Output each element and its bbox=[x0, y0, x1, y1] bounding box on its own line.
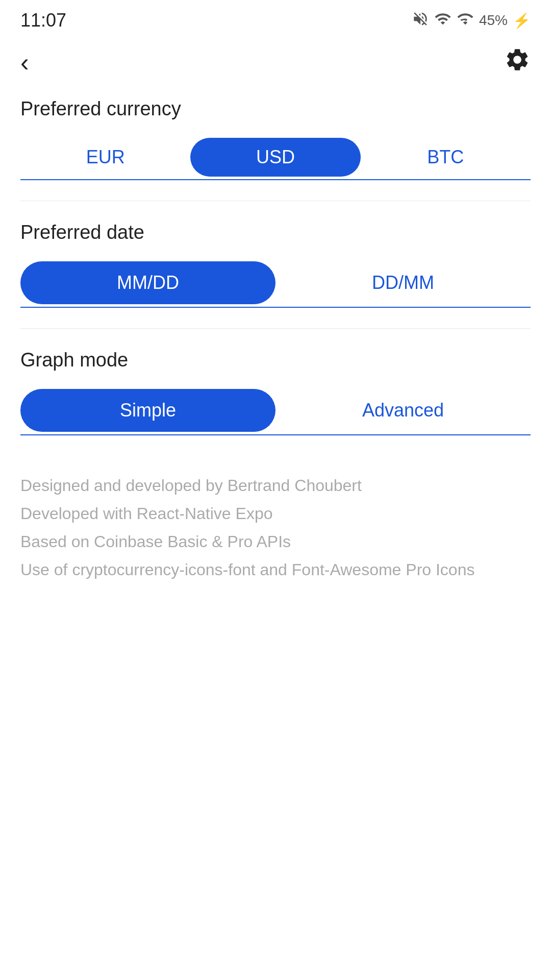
graph-section: Graph mode Simple Advanced bbox=[20, 349, 531, 435]
date-mmdd[interactable]: MM/DD bbox=[20, 259, 276, 307]
date-toggle[interactable]: MM/DD DD/MM bbox=[20, 259, 531, 308]
graph-label: Graph mode bbox=[20, 349, 531, 371]
date-section: Preferred date MM/DD DD/MM bbox=[20, 222, 531, 308]
main-content: Preferred currency EUR USD BTC Preferred… bbox=[0, 88, 551, 579]
wifi-icon bbox=[434, 10, 452, 31]
footer-line-1: Designed and developed by Bertrand Choub… bbox=[20, 476, 531, 495]
footer-line-3: Based on Coinbase Basic & Pro APIs bbox=[20, 532, 531, 551]
currency-section: Preferred currency EUR USD BTC bbox=[20, 98, 531, 180]
charging-icon: ⚡ bbox=[513, 12, 531, 29]
currency-usd[interactable]: USD bbox=[190, 135, 360, 179]
graph-advanced[interactable]: Advanced bbox=[276, 386, 531, 434]
graph-toggle[interactable]: Simple Advanced bbox=[20, 386, 531, 435]
date-label: Preferred date bbox=[20, 222, 531, 243]
mute-icon bbox=[412, 10, 429, 31]
footer-line-4: Use of cryptocurrency-icons-font and Fon… bbox=[20, 560, 531, 579]
back-button[interactable]: ‹ bbox=[20, 50, 29, 75]
footer-info: Designed and developed by Bertrand Choub… bbox=[20, 456, 531, 579]
currency-eur[interactable]: EUR bbox=[20, 135, 190, 179]
battery-text: 45% bbox=[479, 12, 508, 29]
settings-button[interactable] bbox=[504, 46, 531, 79]
currency-btc[interactable]: BTC bbox=[361, 135, 531, 179]
footer-line-2: Developed with React-Native Expo bbox=[20, 504, 531, 523]
signal-icon bbox=[457, 10, 474, 31]
date-ddmm[interactable]: DD/MM bbox=[276, 259, 531, 307]
section-divider-2 bbox=[20, 328, 531, 329]
nav-bar: ‹ bbox=[0, 37, 551, 88]
currency-toggle[interactable]: EUR USD BTC bbox=[20, 135, 531, 180]
graph-simple[interactable]: Simple bbox=[20, 386, 276, 434]
section-divider-1 bbox=[20, 201, 531, 201]
status-bar: 11:07 45% ⚡ bbox=[0, 0, 551, 37]
currency-label: Preferred currency bbox=[20, 98, 531, 120]
status-time: 11:07 bbox=[20, 10, 66, 31]
status-icons: 45% ⚡ bbox=[412, 10, 531, 31]
